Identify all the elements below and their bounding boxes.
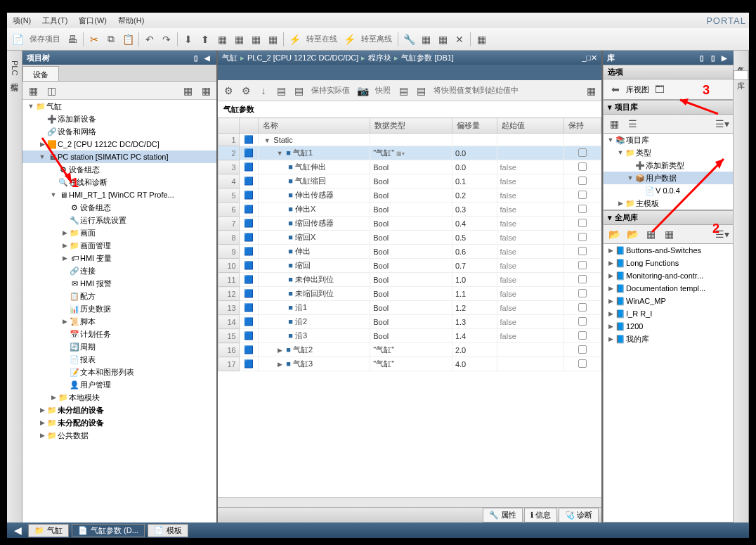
tb-icon-6[interactable]: ▦ <box>418 32 434 47</box>
lib-tb-2[interactable]: ☰ <box>625 116 640 132</box>
table-row[interactable]: 5 🟦 ■ 伸出传感器 Bool 0.2 false <box>219 188 601 203</box>
tb-icon-5[interactable]: 🔧 <box>401 32 417 47</box>
table-row[interactable]: 6 🟦 ■ 伸出X Bool 0.3 false <box>219 203 601 217</box>
bc-2[interactable]: PLC_2 [CPU 1212C DC/DC/DC] <box>247 53 358 62</box>
tb-icon-1[interactable]: ▦ <box>214 32 230 47</box>
mtb-2[interactable]: ⚙ <box>238 83 254 98</box>
devices-tab[interactable]: 设备 <box>22 66 59 81</box>
lib-col-icon[interactable]: ▯ <box>708 53 718 63</box>
glib-tb-1[interactable]: 📂 <box>606 226 622 242</box>
keep-actual-button[interactable]: 保持实际值 <box>308 85 353 96</box>
global-lib-item[interactable]: ▶📘1200 <box>604 320 733 333</box>
lib-pin-icon[interactable]: ▯ <box>697 53 707 63</box>
max-icon[interactable]: □ <box>586 53 591 62</box>
glib-tb-4[interactable]: ▦ <box>661 226 677 242</box>
tree-node[interactable]: ▶📁未分配的设备 <box>22 416 216 429</box>
tree-node[interactable]: 🔍在线和诊断 <box>22 176 216 188</box>
lib-item[interactable]: ▼📚项目库 <box>604 134 733 146</box>
lib-view-icon[interactable]: 🗔 <box>652 82 667 97</box>
copy-icon[interactable]: ⧉ <box>103 32 119 47</box>
mtb-8[interactable]: ▦ <box>583 83 599 98</box>
bc-4[interactable]: 气缸参数 [DB1] <box>401 53 454 63</box>
diagnostics-tab[interactable]: 🩺诊断 <box>559 508 599 522</box>
go-offline-icon[interactable]: ⚡ <box>341 32 357 47</box>
vtab-plc[interactable]: PLC 编程 <box>8 56 21 82</box>
global-lib-item[interactable]: ▶📘我的库 <box>604 333 733 345</box>
bc-3[interactable]: 程序块 <box>368 53 391 63</box>
new-icon[interactable]: 📄 <box>10 32 25 47</box>
go-online-icon[interactable]: ⚡ <box>287 32 302 47</box>
table-row[interactable]: 9 🟦 ■ 伸出 Bool 0.6 false <box>219 245 601 259</box>
tree-node[interactable]: ▼📁气缸 <box>22 100 216 113</box>
vtab-tasks[interactable]: 任务 <box>734 56 748 65</box>
snapshot-icon[interactable]: 📷 <box>355 83 370 98</box>
tree-node[interactable]: 🔧运行系统设置 <box>22 214 216 226</box>
mtb-3[interactable]: ↓ <box>256 83 271 98</box>
go-offline-button[interactable]: 转至离线 <box>358 34 395 44</box>
table-row[interactable]: 2 🟦 ▼ ■ 气缸1 "气缸" ▦▾ 0.0 <box>219 146 601 160</box>
snapshot-button[interactable]: 快照 <box>372 85 393 96</box>
tree-node[interactable]: 🔗连接 <box>22 264 216 277</box>
tree-node[interactable]: 📄报表 <box>22 353 216 366</box>
tree-node[interactable]: 📅计划任务 <box>22 328 216 340</box>
lib-item[interactable]: ➕添加新类型 <box>604 159 733 172</box>
tree-node[interactable]: 📊历史数据 <box>22 302 216 315</box>
project-lib-header[interactable]: 项目库 <box>615 102 638 113</box>
menu-tools[interactable]: 工具(T) <box>39 14 70 27</box>
tree-tb-3[interactable]: ▦ <box>180 83 195 98</box>
save-project-button[interactable]: 保存项目 <box>27 34 63 44</box>
col-retain[interactable]: 保持 <box>563 118 601 134</box>
global-lib-item[interactable]: ▶📘WinAC_MP <box>604 295 733 307</box>
tree-node[interactable]: 📋配方 <box>22 290 216 302</box>
global-lib-header[interactable]: 全局库 <box>615 212 638 223</box>
copy-snapshot-button[interactable]: 将快照值复制到起始值中 <box>431 85 521 96</box>
cut-icon[interactable]: ✂ <box>86 32 102 47</box>
tree-tb-2[interactable]: ◫ <box>44 83 59 98</box>
lib-back-icon[interactable]: ⬅ <box>608 82 623 97</box>
tree-node[interactable]: ▶📜脚本 <box>22 315 216 328</box>
tb-icon-7[interactable]: ▦ <box>435 32 450 47</box>
col-start[interactable]: 起始值 <box>497 118 563 134</box>
table-row[interactable]: 7 🟦 ■ 缩回传感器 Bool 0.4 false <box>219 217 601 231</box>
bc-1[interactable]: 气缸 <box>222 53 237 63</box>
tree-node[interactable]: ▶🟧C_2 [CPU 1212C DC/DC/DC] <box>22 138 216 150</box>
tree-node[interactable]: ▶📁未分组的设备 <box>22 404 216 416</box>
tree-node[interactable]: ▼🖥HMI_RT_1 [WinCC RT Profe... <box>22 188 216 201</box>
menu-window[interactable]: 窗口(W) <box>76 14 110 27</box>
tree-node[interactable]: 📝文本和图形列表 <box>22 366 216 378</box>
global-lib-item[interactable]: ▶📘Long Functions <box>604 257 733 269</box>
table-row[interactable]: 4 🟦 ■ 气缸缩回 Bool 0.1 false <box>219 174 601 188</box>
lib-item[interactable]: ▼📁类型 <box>604 146 733 159</box>
print-icon[interactable]: 🖶 <box>65 32 80 47</box>
sb-db[interactable]: 📄气缸参数 (D... <box>72 524 145 537</box>
table-row[interactable]: 14 🟦 ■ 沿2 Bool 1.3 false <box>219 315 601 329</box>
tree-node[interactable]: ▶📁画面管理 <box>22 239 216 252</box>
download-icon[interactable]: ⬇ <box>181 32 196 47</box>
menu-project[interactable]: 项(N) <box>10 14 34 27</box>
sb-template[interactable]: 📄模板 <box>148 524 188 537</box>
tree-node[interactable]: 🔗设备和网络 <box>22 125 216 138</box>
lib-view-button[interactable]: 库视图 <box>626 84 649 95</box>
table-row[interactable]: 1 🟦 ▼ Static <box>219 134 601 146</box>
global-lib-item[interactable]: ▶📘Documentation templ... <box>604 282 733 295</box>
properties-tab[interactable]: 🔧属性 <box>483 508 523 522</box>
sb-nav-left[interactable]: ◀ <box>10 522 25 538</box>
global-lib-item[interactable]: ▶📘I_R R_I <box>604 307 733 320</box>
table-row[interactable]: 10 🟦 ■ 缩回 Bool 0.7 false <box>219 259 601 273</box>
glib-tb-2[interactable]: 📂 <box>625 226 640 242</box>
table-row[interactable]: 17 🟦 ▶ ■ 气缸3 "气缸" 4.0 <box>219 357 601 371</box>
go-online-button[interactable]: 转至在线 <box>304 34 340 44</box>
collapse-icon[interactable]: ◀ <box>202 53 212 63</box>
global-lib-item[interactable]: ▶📘Buttons-and-Switches <box>604 244 733 257</box>
tree-tb-4[interactable]: ▦ <box>198 83 214 98</box>
vtab-lib[interactable]: 库 <box>734 70 748 80</box>
table-row[interactable]: 11 🟦 ■ 未伸出到位 Bool 1.0 false <box>219 273 601 287</box>
tree-node[interactable]: ▶📁本地模块 <box>22 391 216 404</box>
col-offset[interactable]: 偏移量 <box>452 118 497 134</box>
mtb-5[interactable]: ▤ <box>291 83 306 98</box>
tree-node[interactable]: 👤用户管理 <box>22 378 216 391</box>
tree-node[interactable]: ▶🏷HMI 变量 <box>22 252 216 264</box>
col-name[interactable]: 名称 <box>259 118 370 134</box>
lib-tb-1[interactable]: ▦ <box>606 116 622 132</box>
table-row[interactable]: 16 🟦 ▶ ■ 气缸2 "气缸" 2.0 <box>219 343 601 357</box>
